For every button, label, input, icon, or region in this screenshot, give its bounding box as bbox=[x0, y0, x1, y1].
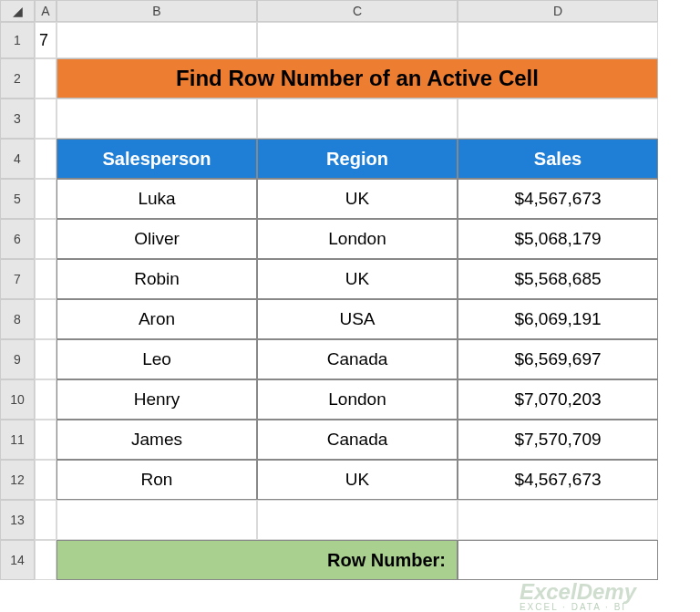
table-row[interactable]: Luka bbox=[57, 179, 257, 219]
row-header-11[interactable]: 11 bbox=[0, 420, 35, 460]
watermark-logo: ExcelDemy EXCEL · DATA · BI bbox=[520, 581, 636, 612]
row-header-1[interactable]: 1 bbox=[0, 22, 35, 58]
table-row[interactable]: UK bbox=[257, 179, 458, 219]
row-number-value[interactable] bbox=[458, 540, 658, 580]
table-row[interactable]: London bbox=[257, 219, 458, 259]
cell-B13[interactable] bbox=[57, 500, 257, 540]
cell-B3[interactable] bbox=[57, 99, 257, 139]
cell-C1[interactable] bbox=[257, 22, 458, 58]
header-region[interactable]: Region bbox=[257, 139, 458, 179]
table-row[interactable]: UK bbox=[257, 259, 458, 299]
cell-A1[interactable]: 7 bbox=[35, 22, 57, 58]
row-header-3[interactable]: 3 bbox=[0, 99, 35, 139]
row-header-4[interactable]: 4 bbox=[0, 139, 35, 179]
cell-D13[interactable] bbox=[458, 500, 658, 540]
col-header-A[interactable]: A bbox=[35, 0, 57, 22]
row-header-12[interactable]: 12 bbox=[0, 460, 35, 500]
row-header-10[interactable]: 10 bbox=[0, 379, 35, 420]
title-cell[interactable]: Find Row Number of an Active Cell bbox=[57, 58, 658, 99]
table-row[interactable]: London bbox=[257, 379, 458, 420]
row-number-label[interactable]: Row Number: bbox=[57, 540, 458, 580]
cell-A14[interactable] bbox=[35, 540, 57, 580]
table-row[interactable]: Leo bbox=[57, 339, 257, 379]
header-sales[interactable]: Sales bbox=[458, 139, 658, 179]
cell-A7[interactable] bbox=[35, 259, 57, 299]
table-row[interactable]: $7,070,203 bbox=[458, 379, 658, 420]
table-row[interactable]: Oliver bbox=[57, 219, 257, 259]
cell-A4[interactable] bbox=[35, 139, 57, 179]
cell-D3[interactable] bbox=[458, 99, 658, 139]
table-row[interactable]: Robin bbox=[57, 259, 257, 299]
cell-A5[interactable] bbox=[35, 179, 57, 219]
cell-A13[interactable] bbox=[35, 500, 57, 540]
row-header-6[interactable]: 6 bbox=[0, 219, 35, 259]
cell-A8[interactable] bbox=[35, 299, 57, 339]
row-header-8[interactable]: 8 bbox=[0, 299, 35, 339]
table-row[interactable]: Canada bbox=[257, 420, 458, 460]
table-row[interactable]: $5,568,685 bbox=[458, 259, 658, 299]
cell-B1[interactable] bbox=[57, 22, 257, 58]
cell-A10[interactable] bbox=[35, 379, 57, 420]
table-row[interactable]: $6,069,191 bbox=[458, 299, 658, 339]
table-row[interactable]: Canada bbox=[257, 339, 458, 379]
col-header-C[interactable]: C bbox=[257, 0, 458, 22]
cell-C3[interactable] bbox=[257, 99, 458, 139]
spreadsheet-grid: ◢ A B C D 1 7 2 Find Row Number of an Ac… bbox=[0, 0, 700, 580]
row-header-7[interactable]: 7 bbox=[0, 259, 35, 299]
table-row[interactable]: UK bbox=[257, 460, 458, 500]
cell-A11[interactable] bbox=[35, 420, 57, 460]
cell-A3[interactable] bbox=[35, 99, 57, 139]
col-header-D[interactable]: D bbox=[458, 0, 658, 22]
table-row[interactable]: USA bbox=[257, 299, 458, 339]
row-header-2[interactable]: 2 bbox=[0, 58, 35, 99]
table-row[interactable]: James bbox=[57, 420, 257, 460]
watermark-brand: ExcelDemy bbox=[520, 579, 636, 604]
cell-A12[interactable] bbox=[35, 460, 57, 500]
col-header-B[interactable]: B bbox=[57, 0, 257, 22]
table-row[interactable]: $7,570,709 bbox=[458, 420, 658, 460]
cell-C13[interactable] bbox=[257, 500, 458, 540]
table-row[interactable]: $4,567,673 bbox=[458, 460, 658, 500]
cell-D1[interactable] bbox=[458, 22, 658, 58]
watermark-tag: EXCEL · DATA · BI bbox=[520, 603, 636, 612]
cell-A9[interactable] bbox=[35, 339, 57, 379]
table-row[interactable]: $5,068,179 bbox=[458, 219, 658, 259]
table-row[interactable]: $4,567,673 bbox=[458, 179, 658, 219]
table-row[interactable]: Henry bbox=[57, 379, 257, 420]
table-row[interactable]: Aron bbox=[57, 299, 257, 339]
cell-A2[interactable] bbox=[35, 58, 57, 99]
cell-A6[interactable] bbox=[35, 219, 57, 259]
row-header-14[interactable]: 14 bbox=[0, 540, 35, 580]
row-header-9[interactable]: 9 bbox=[0, 339, 35, 379]
row-header-5[interactable]: 5 bbox=[0, 179, 35, 219]
table-row[interactable]: $6,569,697 bbox=[458, 339, 658, 379]
header-salesperson[interactable]: Salesperson bbox=[57, 139, 257, 179]
row-header-13[interactable]: 13 bbox=[0, 500, 35, 540]
select-all-corner[interactable]: ◢ bbox=[0, 0, 35, 22]
table-row[interactable]: Ron bbox=[57, 460, 257, 500]
